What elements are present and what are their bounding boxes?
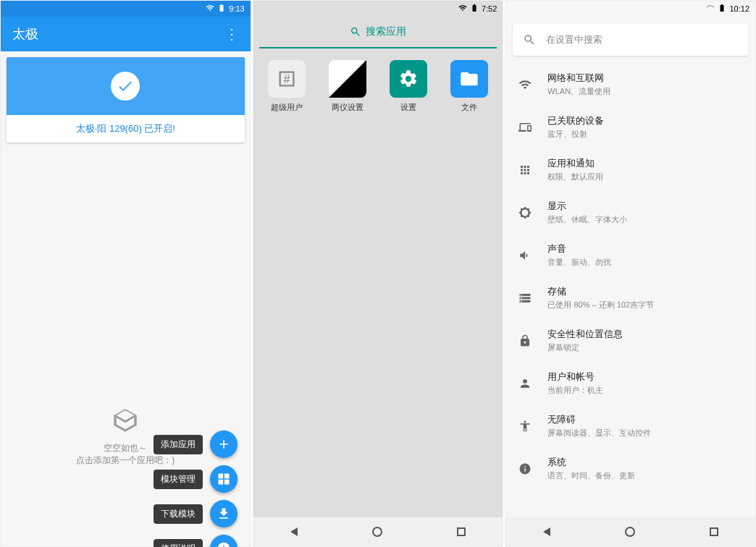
app-label: 超级用户 bbox=[271, 102, 303, 113]
settings-row-brightness[interactable]: 显示壁纸、休眠、字体大小 bbox=[505, 191, 755, 234]
row-title: 用户和帐号 bbox=[547, 370, 603, 383]
status-bar: 9:13 bbox=[1, 1, 251, 17]
row-sub: 音量、振动、勿扰 bbox=[547, 257, 611, 268]
row-title: 网络和互联网 bbox=[547, 72, 610, 85]
fab-download[interactable] bbox=[210, 500, 238, 527]
status-text: 太极·阳 129(60) 已开启! bbox=[7, 115, 245, 143]
settings-row-lock[interactable]: 安全性和位置信息屏幕锁定 bbox=[505, 319, 755, 362]
battery-icon bbox=[470, 4, 479, 14]
apps-icon bbox=[518, 164, 532, 177]
nav-back-button[interactable] bbox=[543, 527, 550, 536]
check-icon bbox=[111, 72, 140, 101]
box-icon bbox=[110, 405, 140, 436]
svg-text:#: # bbox=[283, 72, 290, 85]
row-title: 存储 bbox=[547, 285, 654, 298]
nav-recent-button[interactable] bbox=[457, 527, 466, 536]
row-sub: 壁纸、休眠、字体大小 bbox=[547, 214, 627, 225]
row-sub: 已使用 80% – 还剩 102吉字节 bbox=[547, 300, 654, 310]
settings-search-button[interactable]: 在设置中搜索 bbox=[513, 24, 748, 56]
row-sub: 屏幕锁定 bbox=[547, 342, 623, 353]
status-bar: 7:52 bbox=[253, 1, 503, 17]
app-icon-settings[interactable]: 设置 bbox=[381, 60, 436, 113]
nav-bar bbox=[253, 517, 503, 546]
status-time: 9:13 bbox=[229, 4, 244, 13]
fab-label: 使用说明 bbox=[154, 539, 203, 548]
fab-info[interactable] bbox=[210, 535, 238, 547]
wifi-icon bbox=[206, 4, 214, 14]
nav-bar bbox=[505, 517, 755, 546]
nav-home-button[interactable] bbox=[625, 527, 635, 537]
wifi-icon bbox=[518, 78, 532, 91]
fab-label: 下载模块 bbox=[154, 504, 203, 524]
app-icon-files[interactable]: 文件 bbox=[442, 60, 497, 113]
status-bar: 10:12 bbox=[505, 1, 755, 17]
settings-row-person[interactable]: 用户和帐号当前用户：机主 bbox=[505, 362, 755, 404]
storage-icon bbox=[518, 292, 532, 305]
person-icon bbox=[518, 377, 532, 390]
accessibility-icon bbox=[518, 420, 532, 433]
status-time: 7:52 bbox=[482, 4, 497, 13]
volume-icon bbox=[518, 249, 532, 262]
fab-plus[interactable] bbox=[210, 431, 238, 458]
search-icon bbox=[350, 26, 361, 38]
settings-row-accessibility[interactable]: 无障碍屏幕阅读器、显示、互动控件 bbox=[505, 404, 755, 447]
settings-row-info[interactable]: 系统语言、时间、备份、更新 bbox=[505, 447, 755, 490]
row-sub: 语言、时间、备份、更新 bbox=[547, 470, 635, 481]
search-apps-button[interactable]: 搜索应用 bbox=[259, 17, 497, 48]
fab-grid[interactable] bbox=[210, 465, 238, 493]
settings-row-volume[interactable]: 声音音量、振动、勿扰 bbox=[505, 234, 755, 276]
row-sub: 当前用户：机主 bbox=[547, 385, 603, 396]
app-bar: 太极 ⋮ bbox=[1, 17, 251, 51]
search-label: 搜索应用 bbox=[366, 25, 406, 38]
battery-icon bbox=[718, 4, 726, 14]
row-sub: 蓝牙、投射 bbox=[547, 129, 604, 140]
fab-label: 添加应用 bbox=[154, 435, 203, 454]
row-title: 无障碍 bbox=[547, 413, 651, 426]
row-sub: 屏幕阅读器、显示、互动控件 bbox=[547, 428, 651, 438]
row-sub: 权限、默认应用 bbox=[547, 171, 603, 182]
lock-icon bbox=[518, 334, 532, 347]
nav-recent-button[interactable] bbox=[710, 527, 718, 536]
nav-home-button[interactable] bbox=[372, 527, 382, 537]
info-icon bbox=[518, 462, 532, 475]
nav-back-button[interactable] bbox=[290, 527, 298, 536]
devices-icon bbox=[518, 121, 532, 134]
row-title: 安全性和位置信息 bbox=[547, 328, 623, 341]
app-title: 太极 bbox=[12, 25, 38, 43]
settings-row-wifi[interactable]: 网络和互联网WLAN、流量使用 bbox=[505, 63, 755, 106]
wifi-icon bbox=[706, 4, 715, 14]
row-title: 系统 bbox=[547, 456, 635, 469]
settings-row-storage[interactable]: 存储已使用 80% – 还剩 102吉字节 bbox=[505, 276, 755, 319]
app-label: 两仪设置 bbox=[332, 102, 364, 113]
row-sub: WLAN、流量使用 bbox=[547, 86, 610, 97]
row-title: 应用和通知 bbox=[547, 157, 603, 170]
fab-label: 模块管理 bbox=[154, 470, 203, 489]
settings-row-devices[interactable]: 已关联的设备蓝牙、投射 bbox=[505, 106, 755, 148]
app-label: 文件 bbox=[461, 102, 477, 113]
app-label: 设置 bbox=[400, 102, 416, 113]
status-time: 10:12 bbox=[729, 4, 749, 13]
search-placeholder: 在设置中搜索 bbox=[546, 33, 602, 46]
battery-icon bbox=[217, 4, 226, 14]
app-icon-superuser[interactable]: # 超级用户 bbox=[259, 60, 314, 113]
row-title: 显示 bbox=[547, 200, 627, 213]
brightness-icon bbox=[518, 206, 532, 219]
search-icon bbox=[523, 33, 536, 46]
row-title: 声音 bbox=[547, 242, 611, 255]
app-icon-liangyi[interactable]: 两仪设置 bbox=[320, 60, 375, 113]
status-card: 太极·阳 129(60) 已开启! bbox=[7, 57, 245, 143]
wifi-icon bbox=[458, 4, 467, 14]
settings-row-apps[interactable]: 应用和通知权限、默认应用 bbox=[505, 148, 755, 191]
row-title: 已关联的设备 bbox=[547, 114, 604, 127]
more-menu-button[interactable]: ⋮ bbox=[224, 25, 239, 43]
